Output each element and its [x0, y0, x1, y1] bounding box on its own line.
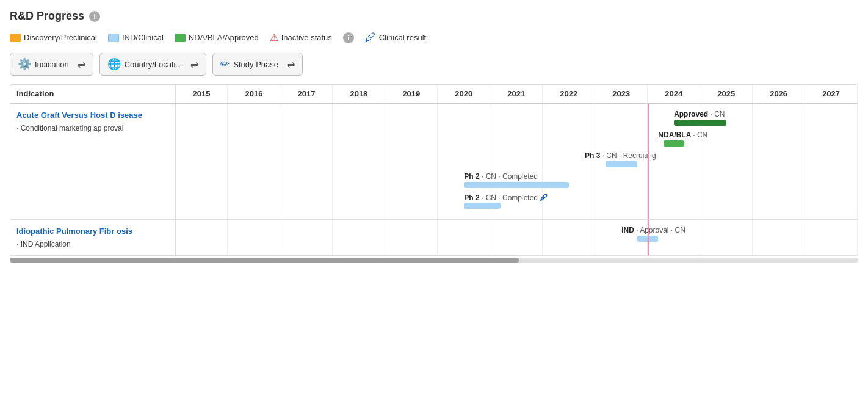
clinical-result-icon: 🖊: [365, 31, 376, 44]
indication-cell-0: Acute Graft Versus Host D isease· Condit…: [10, 103, 175, 219]
phase-filter-icon: ✏: [220, 57, 230, 71]
timeline-cell-1: IND · Approval · CN: [175, 219, 858, 256]
year-header-2015: 2015: [176, 85, 228, 103]
phase-filter[interactable]: ✏ Study Phase ⇌: [212, 52, 303, 76]
page-title-row: R&D Progress i: [10, 10, 858, 23]
legend-inactive-label: Inactive status: [281, 33, 332, 42]
indication-filter-icon: ⚙️: [18, 57, 31, 71]
gantt-bar-0-4: [464, 203, 501, 209]
gantt-bar-0-2: [606, 161, 637, 167]
indication-sub-0: · Conditional marketing ap proval: [16, 123, 169, 134]
indication-col-header: Indication: [10, 85, 175, 103]
year-header-2018: 2018: [333, 85, 385, 103]
gantt-label-0-2: Ph 3 · CN · Recruiting: [585, 151, 656, 160]
country-filter[interactable]: 🌐 Country/Locati... ⇌: [99, 52, 207, 76]
legend-ind-label: IND/Clinical: [122, 33, 164, 42]
legend-discovery-label: Discovery/Preclinical: [24, 33, 97, 42]
page-title: R&D Progress: [10, 10, 84, 23]
gantt-bar-0-3: [464, 182, 569, 188]
country-filter-icon: 🌐: [107, 57, 121, 71]
legend-clinical: 🖊 Clinical result: [365, 31, 426, 44]
inactive-icon: ⚠: [270, 32, 278, 43]
year-header-2017: 2017: [280, 85, 333, 103]
year-header-2025: 2025: [700, 85, 753, 103]
year-header-2016: 2016: [228, 85, 280, 103]
legend-ind: IND/Clinical: [108, 33, 164, 42]
year-header-2023: 2023: [595, 85, 648, 103]
legend-nda: NDA/BLA/Approved: [175, 33, 259, 42]
ind-swatch: [108, 34, 119, 42]
gantt-label-0-4: Ph 2 · CN · Completed 🖊: [464, 193, 548, 202]
legend-discovery: Discovery/Preclinical: [10, 33, 97, 42]
vline-1: [648, 220, 649, 256]
year-header-2019: 2019: [385, 85, 438, 103]
country-filter-label: Country/Locati...: [125, 60, 183, 69]
year-header-2022: 2022: [543, 85, 595, 103]
country-filter-adjust: ⇌: [190, 59, 198, 70]
indication-name-1[interactable]: Idiopathic Pulmonary Fibr osis: [16, 226, 169, 237]
gantt-label-0-3: Ph 2 · CN · Completed: [464, 172, 538, 181]
legend-info-icon[interactable]: i: [343, 32, 354, 43]
phase-filter-adjust: ⇌: [287, 59, 295, 70]
timeline-cell-0: Approved · CNNDA/BLA · CNPh 3 · CN · Rec…: [175, 103, 858, 219]
year-header-2024: 2024: [648, 85, 700, 103]
scroll-thumb[interactable]: [10, 258, 519, 262]
gantt-label-1-0: IND · Approval · CN: [621, 226, 685, 234]
indication-name-0[interactable]: Acute Graft Versus Host D isease: [16, 110, 169, 121]
indication-cell-1: Idiopathic Pulmonary Fibr osis· IND Appl…: [10, 219, 175, 256]
indication-filter-label: Indication: [35, 60, 69, 69]
gantt-bar-0-1: [664, 140, 684, 147]
gantt-bar-0-0: [674, 120, 726, 126]
year-header-2020: 2020: [438, 85, 490, 103]
discovery-swatch: [10, 34, 21, 42]
nda-swatch: [175, 34, 186, 42]
info-icon[interactable]: i: [89, 11, 100, 22]
filters-row: ⚙️ Indication ⇌ 🌐 Country/Locati... ⇌ ✏ …: [10, 52, 858, 76]
legend-inactive: ⚠ Inactive status: [270, 32, 332, 43]
legend-nda-label: NDA/BLA/Approved: [189, 33, 259, 42]
year-header-2026: 2026: [753, 85, 805, 103]
scrollbar[interactable]: [10, 258, 858, 262]
indication-sub-1: · IND Application: [16, 239, 169, 250]
rd-table: Indication201520162017201820192020202120…: [10, 85, 858, 256]
year-header-2027: 2027: [805, 85, 858, 103]
gantt-label-0-0: Approved · CN: [674, 110, 725, 118]
indication-filter-adjust: ⇌: [78, 59, 85, 70]
vline-0: [648, 104, 649, 219]
legend: Discovery/Preclinical IND/Clinical NDA/B…: [10, 31, 858, 44]
rd-table-wrapper: Indication201520162017201820192020202120…: [10, 84, 858, 256]
indication-filter[interactable]: ⚙️ Indication ⇌: [10, 52, 93, 76]
legend-clinical-label: Clinical result: [379, 33, 426, 42]
year-header-2021: 2021: [490, 85, 543, 103]
phase-filter-label: Study Phase: [233, 60, 278, 69]
gantt-label-0-1: NDA/BLA · CN: [658, 131, 707, 139]
